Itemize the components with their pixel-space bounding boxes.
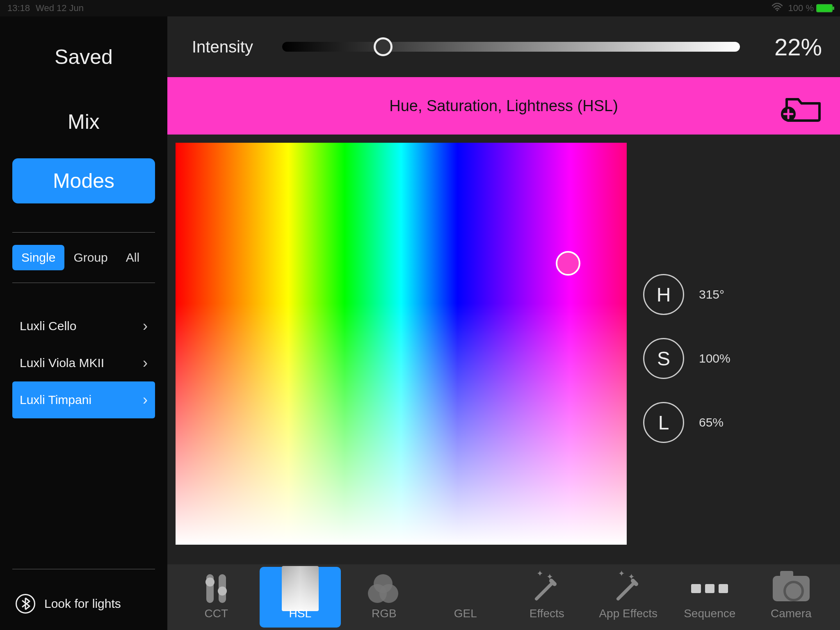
nav-saved[interactable]: Saved	[12, 45, 155, 69]
mode-banner-title: Hue, Saturation, Lightness (HSL)	[389, 97, 618, 115]
hsl-color-canvas[interactable]	[176, 143, 627, 545]
seg-single[interactable]: Single	[12, 245, 64, 270]
chevron-right-icon: ›	[143, 391, 148, 409]
battery-icon	[816, 4, 833, 12]
seg-group[interactable]: Group	[64, 245, 116, 270]
hsl-gradient-icon	[282, 574, 319, 603]
tab-effects[interactable]: ✦✦ Effects	[506, 564, 588, 630]
camera-icon	[773, 574, 810, 603]
tab-gel[interactable]: GEL	[425, 564, 507, 630]
divider	[12, 569, 155, 569]
bluetooth-refresh-icon	[16, 594, 35, 614]
device-row[interactable]: Luxli Timpani ›	[12, 381, 155, 418]
look-for-lights-label: Look for lights	[44, 597, 121, 611]
sliders-icon	[198, 574, 235, 603]
tab-hsl[interactable]: HSL	[260, 567, 341, 628]
tab-label: Sequence	[684, 607, 735, 620]
hue-circle-icon: H	[643, 274, 684, 315]
bottom-tab-bar: CCT HSL RGB GEL ✦✦	[167, 564, 840, 630]
nav-modes[interactable]: Modes	[12, 158, 155, 203]
intensity-value: 22%	[756, 33, 822, 61]
device-list: Luxli Cello › Luxli Viola MKII › Luxli T…	[12, 308, 155, 418]
swatches-grid-icon	[447, 574, 484, 603]
status-time: 13:18	[7, 3, 30, 14]
tab-label: CCT	[204, 607, 228, 620]
intensity-slider-thumb[interactable]	[374, 37, 393, 56]
lightness-circle-icon: L	[643, 402, 684, 443]
tab-label: App Effects	[599, 607, 657, 620]
sequence-blocks-icon	[691, 574, 728, 603]
tab-camera[interactable]: Camera	[751, 564, 832, 630]
saturation-value: 100%	[699, 352, 730, 365]
device-name: Luxli Timpani	[20, 393, 91, 407]
main-panel: Intensity 22% Hue, Saturation, Lightness…	[167, 16, 840, 630]
mode-banner: Hue, Saturation, Lightness (HSL)	[167, 77, 840, 135]
tab-label: GEL	[454, 607, 477, 620]
tab-label: Camera	[771, 607, 812, 620]
scope-segmented-control: Single Group All	[12, 245, 155, 270]
saturation-circle-icon: S	[643, 338, 684, 379]
tab-sequence[interactable]: Sequence	[669, 564, 751, 630]
wifi-icon	[772, 3, 783, 14]
tab-label: HSL	[289, 607, 311, 620]
divider	[12, 283, 155, 283]
device-name: Luxli Cello	[20, 319, 76, 333]
intensity-row: Intensity 22%	[167, 16, 840, 77]
sidebar: Saved Mix Modes Single Group All Luxli C…	[0, 16, 167, 630]
chevron-right-icon: ›	[143, 317, 148, 335]
device-row[interactable]: Luxli Cello ›	[12, 308, 155, 345]
magic-wand-sparkle-icon: ✦✦	[610, 574, 647, 603]
status-bar: 13:18 Wed 12 Jun 100 %	[0, 0, 840, 16]
hsl-workspace: H 315° S 100% L 65%	[167, 135, 840, 564]
tab-app-effects[interactable]: ✦✦ App Effects	[588, 564, 669, 630]
tab-cct[interactable]: CCT	[176, 564, 257, 630]
hsl-picker-indicator[interactable]	[556, 251, 580, 276]
magic-wand-icon: ✦✦	[528, 574, 565, 603]
chevron-right-icon: ›	[143, 354, 148, 372]
device-name: Luxli Viola MKII	[20, 356, 104, 370]
tab-label: Effects	[530, 607, 564, 620]
intensity-slider[interactable]	[282, 42, 740, 52]
intensity-label: Intensity	[192, 38, 282, 56]
hue-readout[interactable]: H 315°	[643, 274, 730, 315]
lightness-value: 65%	[699, 415, 724, 429]
nav-mix[interactable]: Mix	[12, 110, 155, 134]
look-for-lights-button[interactable]: Look for lights	[12, 582, 155, 630]
tab-label: RGB	[372, 607, 397, 620]
battery-indicator: 100 %	[788, 3, 833, 14]
divider	[12, 232, 155, 233]
status-date: Wed 12 Jun	[36, 3, 84, 14]
device-row[interactable]: Luxli Viola MKII ›	[12, 345, 155, 381]
venn-circles-icon	[365, 574, 402, 603]
hue-value: 315°	[699, 288, 724, 301]
lightness-readout[interactable]: L 65%	[643, 402, 730, 443]
saturation-readout[interactable]: S 100%	[643, 338, 730, 379]
tab-rgb[interactable]: RGB	[343, 564, 425, 630]
battery-percent: 100 %	[788, 3, 814, 14]
add-to-folder-button[interactable]	[778, 89, 824, 122]
svg-point-0	[776, 9, 778, 11]
hsl-readouts: H 315° S 100% L 65%	[643, 274, 730, 556]
seg-all[interactable]: All	[117, 245, 148, 270]
